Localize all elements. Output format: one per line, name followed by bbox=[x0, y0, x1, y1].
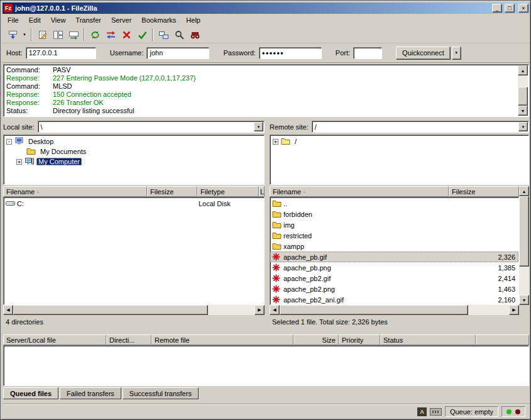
remote-site-combobox[interactable]: / ▼ bbox=[312, 121, 529, 133]
local-list-hscrollbar[interactable]: ◀ ▶ bbox=[3, 305, 265, 315]
log-scrollbar[interactable]: ▲ ▼ bbox=[518, 65, 528, 116]
column-header-filler bbox=[476, 334, 529, 345]
expand-icon[interactable]: + bbox=[273, 139, 278, 145]
close-button[interactable]: × bbox=[518, 4, 528, 13]
column-header-filename[interactable]: Filename▵ bbox=[3, 186, 147, 197]
tab-queued-files[interactable]: Queued files bbox=[3, 387, 58, 399]
scroll-down-icon[interactable]: ▼ bbox=[518, 106, 528, 116]
column-header-status[interactable]: Status bbox=[380, 334, 476, 345]
tab-failed-transfers[interactable]: Failed transfers bbox=[60, 387, 121, 399]
scrollbar-thumb[interactable] bbox=[519, 196, 529, 267]
tree-item-root[interactable]: + / bbox=[270, 136, 528, 146]
file-row[interactable]: apache_pb2.png 1,463 bbox=[270, 284, 518, 294]
file-row[interactable]: apache_pb2_ani.gif 2,160 bbox=[270, 294, 518, 305]
scrollbar-thumb[interactable] bbox=[280, 305, 468, 315]
column-header-direction[interactable]: Directi... bbox=[106, 334, 151, 345]
scroll-up-icon[interactable]: ▲ bbox=[519, 186, 529, 196]
chevron-down-icon[interactable]: ▼ bbox=[518, 122, 528, 131]
tab-successful-transfers[interactable]: Successful transfers bbox=[123, 387, 199, 399]
refresh-icon[interactable] bbox=[87, 27, 102, 42]
scroll-left-icon[interactable]: ◀ bbox=[270, 305, 280, 315]
menu-bookmarks[interactable]: Bookmarks bbox=[136, 14, 181, 26]
queue-status-text: Queue: empty bbox=[450, 408, 493, 416]
scroll-down-icon[interactable]: ▼ bbox=[519, 295, 529, 305]
chevron-down-icon[interactable]: ▼ bbox=[254, 122, 263, 131]
toolbar-separator bbox=[31, 28, 32, 41]
column-header-remote-file[interactable]: Remote file bbox=[151, 334, 293, 345]
menu-file[interactable]: File bbox=[3, 14, 24, 26]
file-row[interactable]: restricted bbox=[270, 230, 518, 241]
file-row[interactable]: img bbox=[270, 219, 518, 230]
minimize-button[interactable]: _ bbox=[492, 4, 502, 13]
expand-icon[interactable]: + bbox=[16, 159, 22, 165]
scroll-up-icon[interactable]: ▲ bbox=[518, 65, 528, 75]
column-header-filesize[interactable]: Filesize bbox=[147, 186, 197, 197]
site-manager-dropdown-icon[interactable]: ▼ bbox=[21, 27, 28, 42]
local-status-text: 4 directories bbox=[3, 316, 265, 327]
remote-list-scrollbar[interactable]: ▲ ▼ bbox=[519, 186, 529, 305]
local-file-list: C: Local Disk bbox=[3, 197, 265, 305]
local-site-combobox[interactable]: \ ▼ bbox=[38, 121, 265, 133]
folder-icon bbox=[272, 242, 283, 250]
collapse-icon[interactable]: - bbox=[6, 139, 12, 145]
tree-item-my-documents[interactable]: My Documents bbox=[4, 146, 264, 157]
maximize-button[interactable]: □ bbox=[505, 4, 515, 13]
tree-item-my-computer[interactable]: + My Computer bbox=[4, 157, 264, 167]
file-row-selected[interactable]: apache_pb.gif 2,326 bbox=[270, 251, 518, 262]
scroll-right-icon[interactable]: ▶ bbox=[509, 305, 519, 315]
scroll-left-icon[interactable]: ◀ bbox=[3, 305, 13, 315]
toggle-tree-view-icon[interactable] bbox=[50, 27, 65, 42]
file-row[interactable]: apache_pb.png 1,385 bbox=[270, 262, 518, 273]
port-input[interactable] bbox=[353, 47, 382, 59]
site-manager-icon[interactable] bbox=[5, 27, 20, 42]
column-header-server-local-file[interactable]: Server/Local file bbox=[3, 334, 106, 345]
host-input[interactable]: 127.0.0.1 bbox=[26, 47, 96, 59]
app-icon: Fz bbox=[4, 4, 13, 13]
toolbar: ▼ bbox=[3, 26, 530, 43]
process-queue-icon[interactable] bbox=[103, 27, 118, 42]
scrollbar-corner bbox=[519, 305, 529, 315]
remote-list-hscrollbar[interactable]: ◀ ▶ bbox=[270, 305, 519, 315]
file-size: 2,160 bbox=[456, 296, 518, 304]
username-label: Username: bbox=[110, 49, 144, 57]
file-row[interactable]: .. bbox=[270, 198, 518, 209]
column-header-filesize[interactable]: Filesize bbox=[449, 186, 519, 197]
column-header-priority[interactable]: Priority bbox=[339, 334, 380, 345]
quickconnect-bar: Host: 127.0.0.1 Username: john Password:… bbox=[3, 43, 530, 63]
scrollbar-thumb[interactable] bbox=[13, 305, 208, 315]
toggle-queue-view-icon[interactable] bbox=[66, 27, 81, 42]
titlebar[interactable]: Fz john@127.0.0.1 - FileZilla _ □ × bbox=[3, 3, 530, 14]
quickconnect-button[interactable]: Quickconnect bbox=[396, 47, 451, 60]
column-header-size[interactable]: Size bbox=[293, 334, 339, 345]
column-label: Filename bbox=[273, 188, 301, 196]
verify-icon[interactable] bbox=[134, 27, 150, 42]
tree-item-desktop[interactable]: - Desktop bbox=[4, 136, 264, 146]
menu-transfer[interactable]: Transfer bbox=[70, 14, 106, 26]
log-prefix: Command: bbox=[6, 66, 53, 74]
username-input[interactable]: john bbox=[146, 47, 209, 59]
folder-icon bbox=[272, 210, 283, 218]
file-row[interactable]: C: Local Disk bbox=[4, 198, 264, 209]
log-text: 150 Connection accepted bbox=[53, 91, 131, 99]
scrollbar-thumb[interactable] bbox=[518, 87, 528, 106]
find-files-icon[interactable] bbox=[172, 27, 187, 42]
file-row[interactable]: xampp bbox=[270, 241, 518, 251]
compare-directories-icon[interactable] bbox=[156, 27, 171, 42]
menu-help[interactable]: Help bbox=[181, 14, 205, 26]
menu-view[interactable]: View bbox=[46, 14, 71, 26]
column-header-filename[interactable]: Filename▵ bbox=[270, 186, 449, 197]
scroll-right-icon[interactable]: ▶ bbox=[255, 305, 265, 315]
binoculars-icon[interactable] bbox=[187, 27, 202, 42]
menu-server[interactable]: Server bbox=[106, 14, 136, 26]
queue-header: Server/Local file Directi... Remote file… bbox=[3, 334, 529, 345]
cancel-icon[interactable] bbox=[119, 27, 134, 42]
file-row[interactable]: apache_pb2.gif 2,414 bbox=[270, 273, 518, 284]
quickconnect-dropdown-icon[interactable]: ▼ bbox=[452, 47, 461, 60]
password-input[interactable]: ●●●●●● bbox=[259, 47, 322, 59]
column-header-lastmodified[interactable]: L bbox=[259, 186, 265, 197]
file-row[interactable]: forbidden bbox=[270, 209, 518, 219]
column-label: Filetype bbox=[200, 188, 225, 196]
column-header-filetype[interactable]: Filetype bbox=[197, 186, 259, 197]
menu-edit[interactable]: Edit bbox=[24, 14, 46, 26]
toggle-message-log-icon[interactable] bbox=[35, 27, 50, 42]
